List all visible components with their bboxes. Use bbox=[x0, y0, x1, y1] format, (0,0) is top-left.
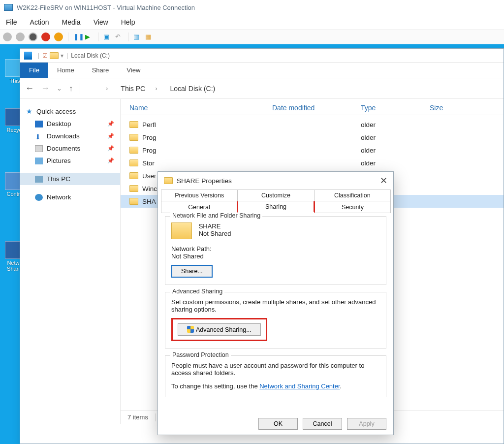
file-row[interactable]: Perflolder bbox=[121, 118, 504, 131]
group-legend: Password Protection bbox=[170, 351, 231, 358]
share-button[interactable]: Share... bbox=[171, 265, 213, 278]
sidebar-downloads[interactable]: ⬇Downloads📌 bbox=[20, 130, 120, 142]
pc-icon bbox=[87, 85, 96, 93]
nav-up-icon[interactable]: ↑ bbox=[69, 84, 73, 93]
toolbar-btn-2[interactable] bbox=[16, 32, 25, 41]
tab-security[interactable]: Security bbox=[315, 201, 391, 213]
explorer-app-icon bbox=[24, 52, 32, 60]
file-row[interactable]: Storolder bbox=[121, 157, 504, 169]
explorer-ribbon-tabs: File Home Share View bbox=[20, 63, 504, 78]
vm-desktop: This Recycl Contro Netwo Sharin | ☑ ▾ | … bbox=[0, 44, 504, 444]
group-advanced-sharing: Advanced Sharing Set custom permissions,… bbox=[165, 292, 386, 349]
sidebar-desktop[interactable]: Desktop📌 bbox=[20, 118, 120, 130]
tab-sharing[interactable]: Sharing bbox=[237, 201, 315, 213]
group-password-protection: Password Protection People must have a u… bbox=[165, 355, 386, 397]
ok-button[interactable]: OK bbox=[258, 418, 298, 430]
toolbar-pause-icon[interactable]: ❚❚ bbox=[73, 33, 81, 41]
column-headers[interactable]: Name Date modified Type Size bbox=[121, 99, 504, 115]
shield-icon bbox=[187, 326, 194, 333]
vm-toolbar: ❚❚ ▶ ▣ ↶ ▥ ▦ bbox=[0, 30, 504, 44]
dialog-title-bar: SHARE Properties ✕ bbox=[158, 172, 393, 190]
file-row[interactable]: Progolder bbox=[121, 131, 504, 144]
sidebar-this-pc[interactable]: This PC bbox=[20, 173, 120, 185]
tab-classification[interactable]: Classification bbox=[314, 190, 391, 201]
pin-icon: 📌 bbox=[107, 158, 114, 164]
toolbar-checkpoint-icon[interactable]: ▣ bbox=[103, 33, 111, 41]
col-type: Type bbox=[361, 104, 430, 112]
tab-general[interactable]: General bbox=[161, 201, 237, 213]
large-folder-icon bbox=[171, 222, 192, 239]
close-icon[interactable]: ✕ bbox=[380, 175, 387, 186]
vm-menu-media[interactable]: Media bbox=[62, 18, 80, 26]
file-name: User bbox=[142, 172, 157, 180]
file-name: Perfl bbox=[142, 121, 156, 128]
network-path-label: Network Path: bbox=[171, 245, 380, 253]
toolbar-separator bbox=[98, 32, 98, 41]
apply-button[interactable]: Apply bbox=[347, 418, 386, 430]
share-status: Not Shared bbox=[199, 230, 231, 237]
file-name: Prog bbox=[142, 147, 157, 154]
breadcrumb-thispc[interactable]: This PC bbox=[121, 85, 145, 93]
sidebar-pictures[interactable]: Pictures📌 bbox=[20, 155, 120, 167]
highlight-box: Advanced Sharing... bbox=[171, 318, 267, 341]
toolbar-revert-icon[interactable]: ↶ bbox=[115, 33, 123, 41]
folder-icon bbox=[129, 134, 138, 141]
explorer-sidebar: ★Quick access Desktop📌 ⬇Downloads📌 Docum… bbox=[20, 99, 121, 424]
sidebar-documents[interactable]: Documents📌 bbox=[20, 142, 120, 155]
ribbon-tab-home[interactable]: Home bbox=[48, 63, 83, 78]
advanced-sharing-button[interactable]: Advanced Sharing... bbox=[178, 323, 261, 336]
toolbar-enhanced-icon[interactable]: ▥ bbox=[133, 33, 141, 41]
folder-icon bbox=[129, 198, 138, 205]
vm-menu-file[interactable]: File bbox=[6, 18, 17, 26]
share-properties-dialog: SHARE Properties ✕ Previous Versions Cus… bbox=[158, 171, 394, 435]
vm-menu-help[interactable]: Help bbox=[121, 18, 135, 26]
password-hint: To change this setting, use the Network … bbox=[171, 382, 380, 390]
group-legend: Network File and Folder Sharing bbox=[170, 212, 262, 219]
folder-icon bbox=[129, 172, 138, 179]
nav-history-icon[interactable]: ⌄ bbox=[57, 85, 62, 92]
toolbar-record-icon[interactable] bbox=[41, 32, 50, 41]
pin-icon: 📌 bbox=[107, 121, 114, 127]
folder-icon bbox=[129, 159, 138, 166]
nav-forward-icon[interactable]: → bbox=[41, 83, 50, 94]
toolbar-separator bbox=[68, 32, 68, 41]
group-network-sharing: Network File and Folder Sharing SHARE No… bbox=[165, 216, 386, 285]
check-icon: ☑ bbox=[42, 52, 48, 59]
file-type: older bbox=[361, 147, 430, 154]
sidebar-network[interactable]: Network bbox=[20, 191, 120, 203]
ribbon-tab-share[interactable]: Share bbox=[83, 63, 118, 78]
file-type: older bbox=[361, 159, 430, 167]
status-item-count: 7 items bbox=[127, 413, 148, 421]
network-sharing-center-link[interactable]: Network and Sharing Center bbox=[259, 382, 340, 390]
dialog-title: SHARE Properties bbox=[177, 177, 232, 185]
explorer-titlebar: | ☑ ▾ | Local Disk (C:) bbox=[20, 49, 504, 63]
pin-icon: 📌 bbox=[107, 133, 114, 139]
vm-menu-action[interactable]: Action bbox=[30, 18, 49, 26]
folder-icon bbox=[164, 177, 173, 184]
file-type: older bbox=[361, 121, 430, 128]
vm-title-text: W2K22-FileSRV on WIN11HOST - Virtual Mac… bbox=[17, 4, 195, 11]
vm-menu-view[interactable]: View bbox=[94, 18, 108, 26]
toolbar-power-icon[interactable] bbox=[54, 32, 63, 41]
dialog-actions: OK Cancel Apply bbox=[158, 413, 393, 435]
file-row[interactable]: Progolder bbox=[121, 144, 504, 157]
toolbar-stop-icon[interactable] bbox=[29, 32, 37, 41]
vm-menu-bar: File Action Media View Help bbox=[0, 15, 504, 30]
toolbar-btn-1[interactable] bbox=[3, 32, 12, 41]
file-name: Stor bbox=[142, 159, 155, 167]
nav-back-icon[interactable]: ← bbox=[25, 83, 34, 94]
tab-customize[interactable]: Customize bbox=[237, 190, 314, 201]
folder-icon bbox=[50, 52, 59, 59]
breadcrumb-localdisk[interactable]: Local Disk (C:) bbox=[170, 85, 215, 93]
cancel-button[interactable]: Cancel bbox=[303, 418, 342, 430]
ribbon-tab-file[interactable]: File bbox=[20, 63, 48, 78]
file-name: Winc bbox=[142, 185, 157, 192]
toolbar-share-icon[interactable]: ▦ bbox=[145, 33, 153, 41]
col-name: Name bbox=[129, 104, 272, 112]
ribbon-tab-view[interactable]: View bbox=[118, 63, 149, 78]
toolbar-play-icon[interactable]: ▶ bbox=[85, 33, 93, 41]
sidebar-quick-access[interactable]: ★Quick access bbox=[20, 105, 120, 118]
file-type: older bbox=[361, 134, 430, 141]
group-legend: Advanced Sharing bbox=[170, 288, 224, 295]
tab-previous-versions[interactable]: Previous Versions bbox=[161, 190, 238, 201]
